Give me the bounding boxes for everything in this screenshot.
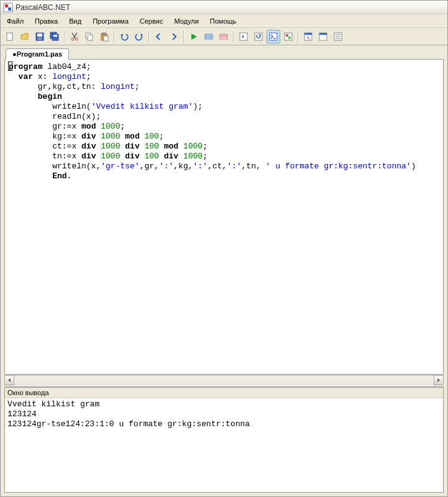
svg-rect-2 — [8, 7, 11, 11]
step-into-icon[interactable] — [237, 30, 250, 43]
output-panel: Окно вывода Vvedit kilkist gram 123124 1… — [4, 387, 444, 493]
svg-rect-34 — [286, 34, 288, 37]
new-file-icon[interactable] — [3, 30, 17, 43]
menu-help[interactable]: Помощь — [205, 16, 242, 27]
output-title: Окно вывода — [5, 388, 443, 398]
app-icon — [3, 2, 13, 12]
app-title: PascalABC.NET — [16, 3, 70, 12]
svg-marker-45 — [437, 378, 440, 382]
save-all-icon[interactable] — [48, 30, 62, 43]
menu-edit[interactable]: Правка — [30, 16, 63, 27]
svg-rect-29 — [255, 33, 262, 40]
toolbar-separator — [149, 30, 150, 43]
svg-point-12 — [75, 38, 78, 40]
svg-rect-1 — [5, 4, 8, 7]
svg-rect-6 — [37, 34, 42, 37]
run-icon[interactable] — [187, 30, 201, 43]
code-line: program — [9, 62, 43, 71]
form-designer-icon[interactable] — [301, 30, 315, 43]
svg-rect-10 — [53, 35, 57, 37]
navigate-back-icon[interactable] — [152, 30, 166, 43]
svg-rect-17 — [104, 36, 108, 41]
properties-icon[interactable] — [331, 30, 345, 43]
save-icon[interactable] — [33, 30, 47, 43]
svg-marker-44 — [8, 378, 11, 382]
redo-icon[interactable] — [132, 30, 146, 43]
svg-rect-39 — [319, 33, 327, 35]
svg-rect-16 — [103, 33, 106, 35]
scroll-track[interactable] — [14, 375, 434, 385]
tabbar: ●Program1.pas — [1, 45, 447, 59]
svg-point-11 — [71, 38, 74, 40]
window-icon[interactable] — [316, 30, 330, 43]
titlebar: PascalABC.NET — [1, 1, 447, 14]
svg-marker-20 — [191, 34, 197, 40]
menu-service[interactable]: Сервис — [135, 16, 168, 27]
svg-rect-35 — [288, 37, 291, 39]
output-body[interactable]: Vvedit kilkist gram 123124 123124gr-tse1… — [5, 398, 443, 492]
editor-container: program lab04_z4; var x: longint; gr,kg,… — [4, 59, 444, 375]
scroll-right-icon[interactable] — [434, 375, 444, 385]
tab-program1[interactable]: ●Program1.pas — [6, 48, 69, 60]
menu-file[interactable]: Файл — [2, 16, 29, 27]
toolbar-separator — [298, 30, 299, 43]
compile-icon[interactable] — [281, 30, 295, 43]
svg-rect-37 — [304, 33, 312, 35]
svg-rect-7 — [38, 38, 42, 40]
open-file-icon[interactable] — [18, 30, 32, 43]
stop-icon[interactable] — [217, 30, 231, 43]
horizontal-scrollbar[interactable] — [4, 375, 444, 385]
toolbar-separator — [114, 30, 115, 43]
menu-program[interactable]: Программа — [88, 16, 134, 27]
run-no-debug-icon[interactable] — [202, 30, 216, 43]
toolbar-separator — [64, 30, 65, 43]
undo-icon[interactable] — [117, 30, 131, 43]
terminal-icon[interactable] — [267, 30, 280, 43]
toolbar-separator — [233, 30, 234, 43]
paste-icon[interactable] — [98, 30, 111, 43]
scroll-left-icon[interactable] — [4, 375, 14, 385]
copy-icon[interactable] — [83, 30, 96, 43]
navigate-forward-icon[interactable] — [167, 30, 181, 43]
cut-icon[interactable] — [68, 30, 81, 43]
svg-rect-14 — [88, 35, 93, 40]
toolbar-separator — [183, 30, 185, 43]
menu-modules[interactable]: Модули — [169, 16, 203, 27]
menu-view[interactable]: Вид — [64, 16, 86, 27]
toolbar — [1, 28, 447, 45]
step-over-icon[interactable] — [252, 30, 265, 43]
code-editor[interactable]: program lab04_z4; var x: longint; gr,kg,… — [5, 60, 443, 374]
menubar: Файл Правка Вид Программа Сервис Модули … — [1, 14, 447, 28]
